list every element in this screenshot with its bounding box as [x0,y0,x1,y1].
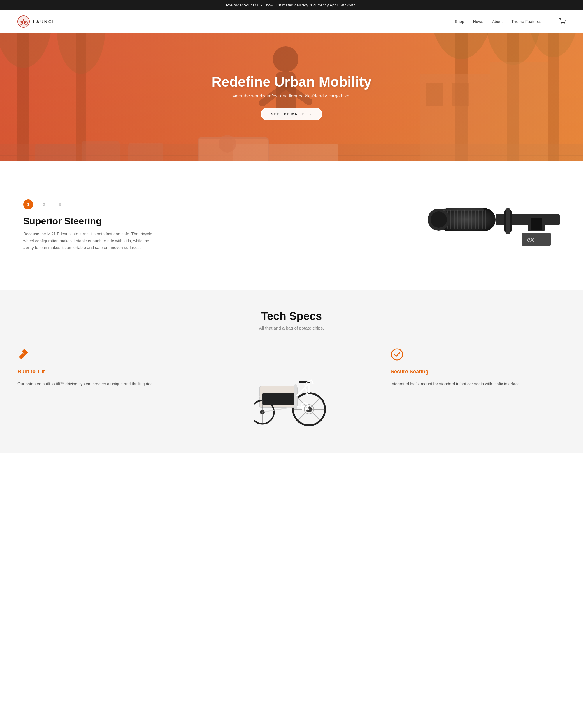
svg-point-60 [431,211,447,228]
cart-icon[interactable] [559,18,565,25]
nav-theme-features[interactable]: Theme Features [511,19,541,24]
svg-rect-57 [481,210,483,229]
features-title: Superior Steering [23,216,158,227]
svg-rect-52 [464,210,465,229]
svg-rect-48 [450,210,451,229]
svg-rect-51 [461,210,462,229]
svg-rect-67 [530,218,542,230]
hero-section: Redefine Urban Mobility Meet the world's… [0,33,583,161]
tech-specs-title: Tech Specs [18,310,565,322]
svg-rect-32 [490,62,548,161]
svg-rect-33 [35,144,76,161]
tech-spec-bike-image [204,348,379,430]
svg-point-11 [564,24,565,24]
announcement-bar: Pre-order your MK1-E now! Estimated deli… [0,0,583,10]
svg-rect-34 [82,141,119,161]
nav-about[interactable]: About [492,19,503,24]
svg-rect-35 [128,142,163,161]
logo-icon [18,16,30,28]
tech-spec-built-to-tilt: Built to Tilt Our patented built-to-tilt… [18,348,192,388]
logo[interactable]: LAUNCH [18,16,56,28]
main-nav: Shop News About Theme Features [455,18,565,25]
tech-secure-seating-desc: Integrated Isofix mount for standard inf… [391,381,521,388]
svg-rect-56 [478,210,479,229]
svg-point-10 [561,24,562,24]
svg-rect-49 [453,210,455,229]
tech-specs-section: Tech Specs All that and a bag of potato … [0,290,583,453]
svg-rect-68 [443,208,484,211]
bike-illustration [254,348,329,430]
tech-specs-header: Tech Specs All that and a bag of potato … [18,310,565,331]
svg-point-44 [219,135,236,153]
handlebar-illustration: ex [420,179,565,272]
hero-title: Redefine Urban Mobility [211,74,371,90]
hero-content: Redefine Urban Mobility Meet the world's… [211,74,371,121]
feature-step-2[interactable]: 2 [39,200,49,209]
hammer-icon [18,348,30,363]
svg-rect-63 [506,208,510,234]
hero-cta-label: SEE THE MK1-E [271,112,305,116]
svg-rect-53 [468,210,469,229]
svg-rect-54 [471,210,472,229]
nav-divider [550,18,550,25]
svg-rect-81 [295,384,297,409]
tech-built-to-tilt-name: Built to Tilt [18,369,45,375]
svg-line-87 [312,380,313,384]
features-left: 1 2 3 Superior Steering Because the MK1-… [23,200,158,252]
announcement-text: Pre-order your MK1-E now! Estimated deli… [226,3,357,7]
logo-text: LAUNCH [33,19,56,24]
nav-shop[interactable]: Shop [455,19,464,24]
tech-specs-subtitle: All that and a bag of potato chips. [18,326,565,331]
header: LAUNCH Shop News About Theme Features [0,10,583,33]
svg-rect-31 [452,82,469,106]
tech-secure-seating-name: Secure Seating [391,369,428,375]
svg-rect-58 [485,210,486,229]
svg-point-36 [273,46,299,72]
hero-cta-arrow: → [308,112,312,116]
svg-rect-30 [425,82,443,106]
svg-rect-50 [457,210,458,229]
svg-rect-64 [522,233,551,246]
svg-point-1 [18,16,29,27]
feature-step-1[interactable]: 1 [23,200,33,209]
features-steps: 1 2 3 [23,200,158,209]
features-section: 1 2 3 Superior Steering Because the MK1-… [0,161,583,290]
svg-point-97 [391,349,402,360]
hero-subtitle: Meet the world's safest and lightest kid… [211,93,371,98]
hero-cta-button[interactable]: SEE THE MK1-E → [261,108,322,121]
checkmark-icon [391,348,404,363]
nav-news[interactable]: News [473,19,483,24]
svg-rect-80 [262,393,295,405]
tech-spec-secure-seating: Secure Seating Integrated Isofix mount f… [391,348,565,388]
svg-text:ex: ex [527,235,534,243]
tech-built-to-tilt-desc: Our patented built-to-tilt™ driving syst… [18,381,154,388]
features-description: Because the MK1-E leans into turns, it's… [23,231,158,252]
feature-step-3[interactable]: 3 [55,200,65,209]
tech-specs-grid: Built to Tilt Our patented built-to-tilt… [18,348,565,430]
svg-rect-55 [475,210,476,229]
features-right: ex [169,179,565,272]
